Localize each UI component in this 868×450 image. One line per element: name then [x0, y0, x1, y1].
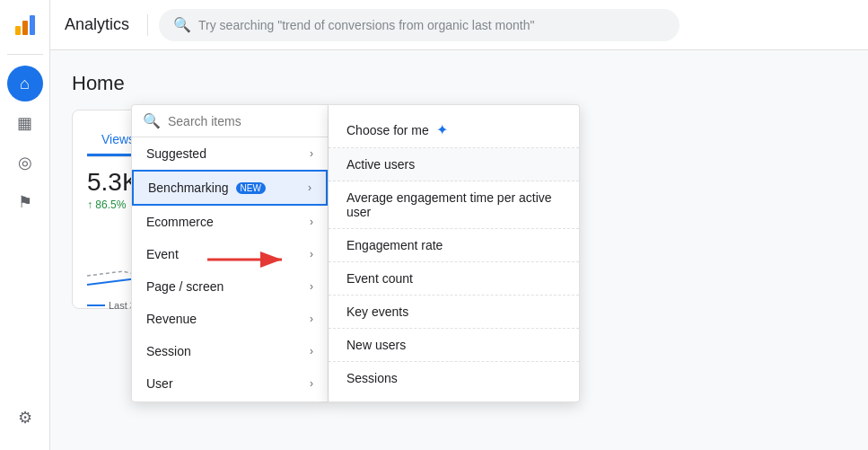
sidebar-item-insights[interactable]: ◎ — [7, 145, 43, 181]
dropdown-left-panel: 🔍 Suggested › Benchmarking — [131, 104, 329, 402]
search-icon: 🔍 — [173, 16, 191, 33]
category-label-suggested: Suggested — [146, 146, 206, 161]
insights-icon: ◎ — [18, 153, 32, 172]
metric-key-events[interactable]: Key events — [329, 296, 579, 329]
category-item-suggested[interactable]: Suggested › — [132, 137, 328, 170]
chevron-right-ecommerce: › — [310, 216, 313, 228]
search-box-icon: 🔍 — [143, 112, 161, 129]
key-events-label: Key events — [346, 304, 408, 319]
category-item-session[interactable]: Session › — [132, 335, 328, 367]
dropdown-search-input[interactable] — [168, 114, 317, 128]
header-divider — [147, 14, 148, 36]
sidebar-bottom: ⚙ — [7, 400, 43, 450]
engagement-rate-label: Engagement rate — [346, 238, 443, 252]
sparkle-icon: ✦ — [436, 121, 448, 138]
dropdown-overlay: 🔍 Suggested › Benchmarking — [131, 104, 580, 402]
category-label-page-screen: Page / screen — [146, 279, 224, 294]
sidebar: ⌂ ▦ ◎ ⚑ ⚙ — [0, 0, 50, 450]
metric-engagement-rate[interactable]: Engagement rate — [329, 229, 579, 262]
metric-avg-engagement[interactable]: Average engagement time per active user — [329, 181, 579, 229]
event-count-label: Event count — [346, 271, 413, 286]
page-title: Home — [72, 72, 846, 95]
sessions-label: Sessions — [346, 371, 398, 385]
advertising-icon: ⚑ — [18, 192, 32, 212]
search-bar[interactable]: 🔍 Try searching "trend of conversions fr… — [159, 9, 679, 41]
category-label-event: Event — [146, 247, 179, 261]
sidebar-item-home[interactable]: ⌂ — [7, 66, 43, 101]
category-label-revenue: Revenue — [146, 312, 197, 326]
avg-engagement-label: Average engagement time per active user — [346, 190, 552, 219]
category-item-benchmarking[interactable]: Benchmarking NEW › — [132, 170, 328, 206]
chevron-right-revenue: › — [310, 313, 313, 325]
chevron-right-benchmarking: › — [308, 181, 311, 194]
logo-bar1 — [15, 26, 21, 35]
category-label-session: Session — [146, 344, 191, 358]
search-box[interactable]: 🔍 — [132, 105, 328, 137]
dropdown-right-panel: Choose for me ✦ Active users Average eng… — [329, 104, 580, 402]
header-title: Analytics — [65, 15, 129, 34]
content-area: Home Views Engage... 5.3K ↑ 86.5% 64 - — [50, 50, 868, 450]
sidebar-item-reports[interactable]: ▦ — [7, 105, 43, 141]
main-area: Analytics 🔍 Try searching "trend of conv… — [50, 0, 868, 450]
logo-bar3 — [30, 15, 35, 35]
new-users-label: New users — [346, 338, 406, 352]
new-badge: NEW — [236, 182, 266, 194]
category-item-page-screen[interactable]: Page / screen › — [132, 270, 328, 303]
category-list: Suggested › Benchmarking NEW › — [132, 137, 328, 400]
top-header: Analytics 🔍 Try searching "trend of conv… — [50, 0, 868, 50]
choose-for-me-label: Choose for me — [346, 123, 429, 137]
settings-icon: ⚙ — [18, 408, 32, 428]
category-label-benchmarking: Benchmarking — [148, 181, 229, 195]
search-placeholder-text: Try searching "trend of conversions from… — [198, 18, 534, 32]
category-label-user: User — [146, 376, 173, 391]
chevron-right-page-screen: › — [310, 280, 313, 293]
category-item-user[interactable]: User › — [132, 367, 328, 400]
app-logo — [7, 7, 43, 43]
active-users-label: Active users — [346, 157, 415, 172]
chevron-right-user: › — [310, 377, 313, 390]
sidebar-item-advertising[interactable]: ⚑ — [7, 184, 43, 220]
chevron-right-event: › — [310, 248, 313, 260]
logo-bar2 — [22, 21, 28, 35]
metric-new-users[interactable]: New users — [329, 329, 579, 362]
metric-event-count[interactable]: Event count — [329, 262, 579, 296]
sidebar-item-settings[interactable]: ⚙ — [7, 400, 43, 436]
category-item-event[interactable]: Event › — [132, 238, 328, 270]
sidebar-divider — [7, 54, 43, 55]
category-item-revenue[interactable]: Revenue › — [132, 303, 328, 335]
metric-choose-for-me[interactable]: Choose for me ✦ — [329, 112, 579, 148]
metric-list: Choose for me ✦ Active users Average eng… — [329, 105, 579, 401]
chevron-right-session: › — [310, 345, 313, 357]
metric-active-users[interactable]: Active users — [329, 148, 579, 181]
chevron-right-suggested: › — [310, 147, 313, 160]
home-icon: ⌂ — [20, 75, 30, 93]
reports-icon: ▦ — [17, 113, 32, 133]
category-item-ecommerce[interactable]: Ecommerce › — [132, 206, 328, 238]
sidebar-nav: ⌂ ▦ ◎ ⚑ — [7, 58, 43, 400]
metric-sessions[interactable]: Sessions — [329, 362, 579, 394]
legend-solid-line — [87, 304, 105, 306]
category-label-ecommerce: Ecommerce — [146, 215, 214, 229]
